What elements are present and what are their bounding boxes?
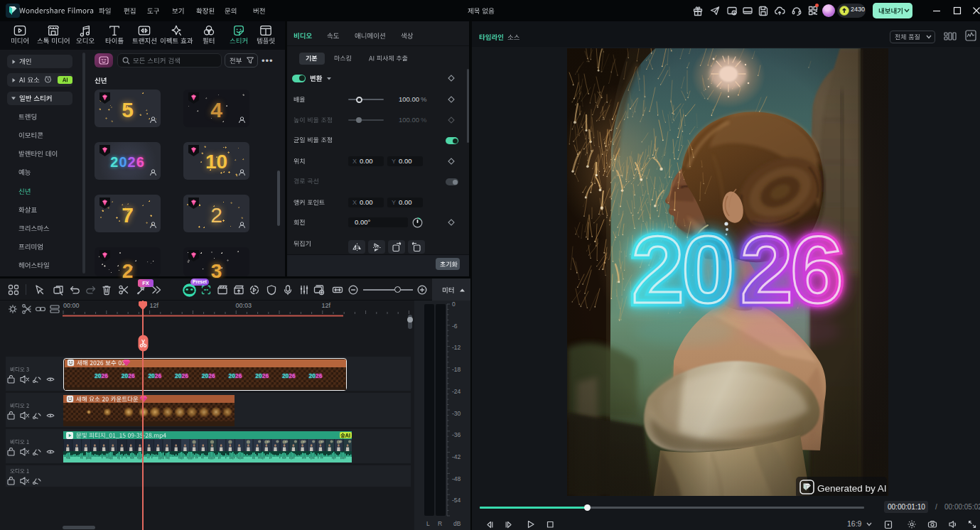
- svg-text:26: 26: [740, 217, 840, 323]
- svg-text:Generated by AI: Generated by AI: [817, 483, 887, 494]
- svg-text:20: 20: [631, 217, 731, 323]
